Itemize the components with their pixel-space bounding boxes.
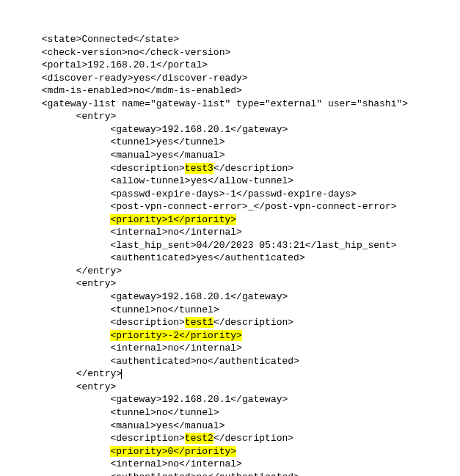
line-tunnel-1: <tunnel>yes</tunnel> <box>7 136 224 147</box>
line-authenticated-1: <authenticated>yes</authenticated> <box>7 252 305 263</box>
text-cursor <box>121 369 122 379</box>
line-gateway-1: <gateway>192.168.20.1</gateway> <box>7 124 288 135</box>
line-authenticated-3: <authenticated>no</authenticated> <box>7 472 299 476</box>
line-mdm-is-enabled: <mdm-is-enabled>no</mdm-is-enabled> <box>7 85 242 96</box>
highlight-priority-1: <priority>1</priority> <box>110 214 236 225</box>
line-entry-open-3: <entry> <box>7 381 116 392</box>
highlight-test2: test2 <box>185 433 213 444</box>
line-discover-ready: <discover-ready>yes</discover-ready> <box>7 73 248 84</box>
line-entry-open-1: <entry> <box>7 111 116 122</box>
line-state: <state>Connected</state> <box>7 34 179 45</box>
line-entry-open-2: <entry> <box>7 278 116 289</box>
line-manual-3: <manual>yes</manual> <box>7 420 224 431</box>
line-entry-close-2: </entry> <box>7 368 122 379</box>
line-last-hip-sent: <last_hip_sent>04/20/2023 05:43:21</last… <box>7 240 397 251</box>
line-passwd-expire-days: <passwd-expire-days>-1</passwd-expire-da… <box>7 188 357 199</box>
line-portal: <portal>192.168.20.1</portal> <box>7 59 208 70</box>
highlight-test1: test1 <box>185 317 213 328</box>
line-allow-tunnel-1: <allow-tunnel>yes</allow-tunnel> <box>7 175 293 186</box>
line-internal-1: <internal>no</internal> <box>7 227 242 238</box>
highlight-priority-3: <priority>0</priority> <box>110 446 236 457</box>
line-tunnel-3: <tunnel>no</tunnel> <box>7 407 219 418</box>
line-priority-2: <priority>-2</priority> <box>7 330 242 341</box>
line-check-version: <check-version>no</check-version> <box>7 47 230 58</box>
highlight-test3: test3 <box>185 163 213 174</box>
line-description-3: <description>test2</description> <box>7 433 293 444</box>
line-internal-3: <internal>no</internal> <box>7 458 242 469</box>
line-internal-2: <internal>no</internal> <box>7 343 242 354</box>
xml-code-block: <state>Connected</state> <check-version>… <box>7 33 460 476</box>
highlight-priority-2: <priority>-2</priority> <box>110 330 241 341</box>
line-manual-1: <manual>yes</manual> <box>7 150 224 161</box>
line-gateway-3: <gateway>192.168.20.1</gateway> <box>7 394 288 405</box>
line-entry-close-1: </entry> <box>7 266 122 277</box>
line-tunnel-2: <tunnel>no</tunnel> <box>7 304 219 315</box>
line-priority-1: <priority>1</priority> <box>7 214 236 225</box>
line-description-1: <description>test3</description> <box>7 163 293 174</box>
line-gateway-list-open: <gateway-list name="gateway-list" type="… <box>7 98 408 109</box>
line-description-2: <description>test1</description> <box>7 317 293 328</box>
line-priority-3: <priority>0</priority> <box>7 446 236 457</box>
line-gateway-2: <gateway>192.168.20.1</gateway> <box>7 291 288 302</box>
line-post-vpn-connect-error: <post-vpn-connect-error>_</post-vpn-conn… <box>7 201 397 212</box>
line-authenticated-2: <authenticated>no</authenticated> <box>7 356 299 367</box>
